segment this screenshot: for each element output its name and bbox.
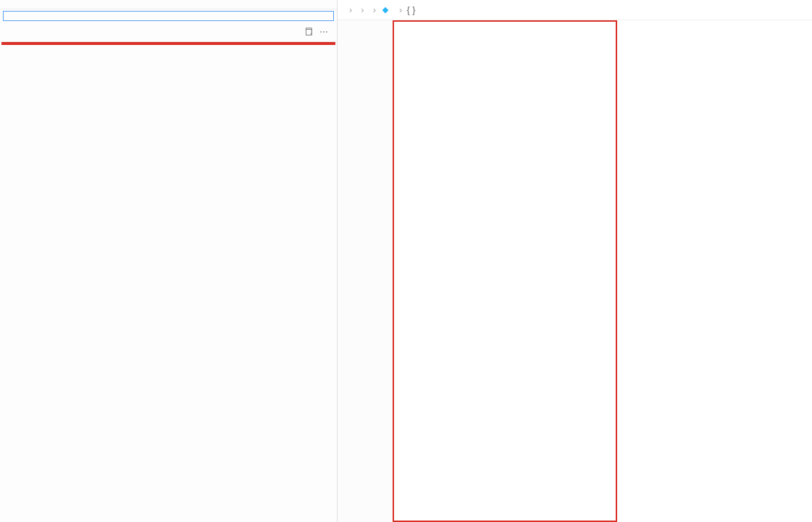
line-gutter: [338, 20, 377, 522]
breadcrumbs: › › › › { }: [338, 0, 812, 20]
sidebar: ⋯: [0, 0, 338, 522]
outline-header: ⋯: [0, 22, 337, 42]
editor: › › › › { }: [338, 0, 812, 522]
copy-icon[interactable]: [304, 27, 314, 37]
breadcrumb-sep: ›: [373, 4, 376, 15]
editor-body[interactable]: [338, 20, 812, 522]
code-area[interactable]: [393, 20, 812, 522]
open-editors-header[interactable]: [0, 0, 337, 9]
fold-column: [377, 20, 393, 522]
braces-icon: { }: [406, 4, 415, 15]
breadcrumb-sep: ›: [399, 4, 402, 15]
breadcrumb-sep: ›: [349, 4, 352, 15]
outline-list: [0, 42, 337, 522]
dart-file-icon: [380, 5, 390, 15]
code-highlight-box: [393, 20, 617, 522]
breadcrumb-sep: ›: [361, 4, 364, 15]
project-title[interactable]: [3, 11, 334, 21]
svg-rect-0: [306, 30, 312, 36]
outline-methods-highlight: [1, 42, 335, 45]
more-icon[interactable]: ⋯: [319, 27, 328, 37]
